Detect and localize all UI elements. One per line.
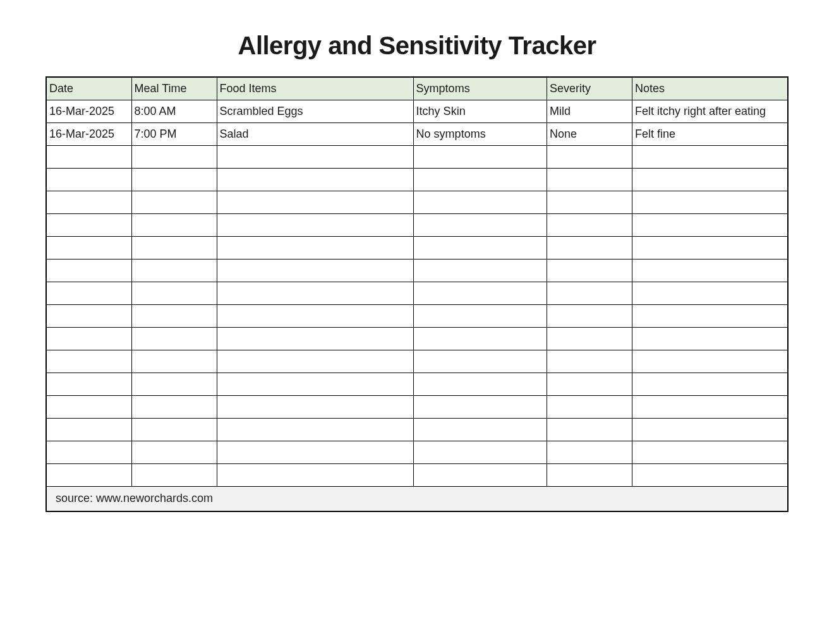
cell-food[interactable]: Scrambled Eggs xyxy=(217,100,413,122)
cell-symp[interactable] xyxy=(413,304,547,327)
cell-food[interactable] xyxy=(217,350,413,373)
cell-sev[interactable] xyxy=(547,373,632,395)
cell-symp[interactable] xyxy=(413,463,547,486)
cell-symp[interactable] xyxy=(413,145,547,168)
cell-food[interactable] xyxy=(217,441,413,463)
cell-food[interactable] xyxy=(217,463,413,486)
cell-date[interactable] xyxy=(46,213,131,236)
cell-food[interactable] xyxy=(217,395,413,418)
cell-date[interactable] xyxy=(46,145,131,168)
cell-symp[interactable]: No symptoms xyxy=(413,122,547,145)
cell-notes[interactable] xyxy=(632,259,788,282)
cell-date[interactable] xyxy=(46,441,131,463)
cell-sev[interactable] xyxy=(547,282,632,304)
cell-symp[interactable] xyxy=(413,259,547,282)
cell-food[interactable] xyxy=(217,145,413,168)
cell-meal[interactable] xyxy=(131,373,217,395)
cell-food[interactable]: Salad xyxy=(217,122,413,145)
cell-date[interactable] xyxy=(46,418,131,441)
cell-sev[interactable] xyxy=(547,213,632,236)
cell-notes[interactable]: Felt itchy right after eating xyxy=(632,100,788,122)
cell-meal[interactable] xyxy=(131,259,217,282)
cell-sev[interactable] xyxy=(547,259,632,282)
cell-date[interactable] xyxy=(46,191,131,213)
cell-meal[interactable] xyxy=(131,168,217,191)
cell-date[interactable] xyxy=(46,282,131,304)
cell-food[interactable] xyxy=(217,168,413,191)
cell-notes[interactable] xyxy=(632,441,788,463)
cell-meal[interactable] xyxy=(131,395,217,418)
cell-meal[interactable] xyxy=(131,327,217,350)
cell-meal[interactable] xyxy=(131,236,217,259)
cell-notes[interactable] xyxy=(632,373,788,395)
cell-symp[interactable] xyxy=(413,350,547,373)
cell-food[interactable] xyxy=(217,327,413,350)
cell-symp[interactable] xyxy=(413,282,547,304)
cell-symp[interactable] xyxy=(413,213,547,236)
cell-sev[interactable] xyxy=(547,168,632,191)
cell-date[interactable]: 16-Mar-2025 xyxy=(46,122,131,145)
cell-food[interactable] xyxy=(217,282,413,304)
cell-notes[interactable] xyxy=(632,213,788,236)
cell-sev[interactable] xyxy=(547,418,632,441)
cell-symp[interactable] xyxy=(413,395,547,418)
cell-sev[interactable] xyxy=(547,304,632,327)
cell-meal[interactable] xyxy=(131,463,217,486)
cell-food[interactable] xyxy=(217,213,413,236)
cell-food[interactable] xyxy=(217,236,413,259)
cell-sev[interactable] xyxy=(547,145,632,168)
cell-meal[interactable] xyxy=(131,418,217,441)
cell-food[interactable] xyxy=(217,373,413,395)
cell-date[interactable] xyxy=(46,463,131,486)
cell-meal[interactable] xyxy=(131,191,217,213)
cell-meal[interactable] xyxy=(131,441,217,463)
cell-meal[interactable] xyxy=(131,304,217,327)
cell-food[interactable] xyxy=(217,304,413,327)
cell-notes[interactable] xyxy=(632,282,788,304)
cell-notes[interactable] xyxy=(632,395,788,418)
cell-symp[interactable] xyxy=(413,168,547,191)
cell-notes[interactable] xyxy=(632,168,788,191)
cell-sev[interactable] xyxy=(547,350,632,373)
cell-notes[interactable] xyxy=(632,145,788,168)
cell-sev[interactable] xyxy=(547,191,632,213)
cell-meal[interactable] xyxy=(131,350,217,373)
cell-sev[interactable] xyxy=(547,463,632,486)
cell-date[interactable] xyxy=(46,373,131,395)
cell-date[interactable]: 16-Mar-2025 xyxy=(46,100,131,122)
cell-symp[interactable]: Itchy Skin xyxy=(413,100,547,122)
cell-food[interactable] xyxy=(217,259,413,282)
cell-date[interactable] xyxy=(46,350,131,373)
cell-notes[interactable] xyxy=(632,327,788,350)
cell-notes[interactable]: Felt fine xyxy=(632,122,788,145)
cell-food[interactable] xyxy=(217,418,413,441)
cell-sev[interactable]: None xyxy=(547,122,632,145)
cell-sev[interactable]: Mild xyxy=(547,100,632,122)
cell-date[interactable] xyxy=(46,259,131,282)
cell-symp[interactable] xyxy=(413,441,547,463)
cell-symp[interactable] xyxy=(413,191,547,213)
cell-symp[interactable] xyxy=(413,327,547,350)
cell-sev[interactable] xyxy=(547,395,632,418)
cell-meal[interactable] xyxy=(131,213,217,236)
cell-food[interactable] xyxy=(217,191,413,213)
cell-notes[interactable] xyxy=(632,350,788,373)
cell-meal[interactable] xyxy=(131,282,217,304)
cell-symp[interactable] xyxy=(413,236,547,259)
cell-notes[interactable] xyxy=(632,236,788,259)
cell-notes[interactable] xyxy=(632,191,788,213)
cell-meal[interactable]: 8:00 AM xyxy=(131,100,217,122)
cell-sev[interactable] xyxy=(547,327,632,350)
cell-notes[interactable] xyxy=(632,463,788,486)
cell-date[interactable] xyxy=(46,327,131,350)
cell-meal[interactable]: 7:00 PM xyxy=(131,122,217,145)
cell-date[interactable] xyxy=(46,236,131,259)
cell-date[interactable] xyxy=(46,168,131,191)
cell-meal[interactable] xyxy=(131,145,217,168)
cell-sev[interactable] xyxy=(547,441,632,463)
cell-symp[interactable] xyxy=(413,418,547,441)
cell-notes[interactable] xyxy=(632,304,788,327)
cell-date[interactable] xyxy=(46,395,131,418)
cell-date[interactable] xyxy=(46,304,131,327)
cell-symp[interactable] xyxy=(413,373,547,395)
